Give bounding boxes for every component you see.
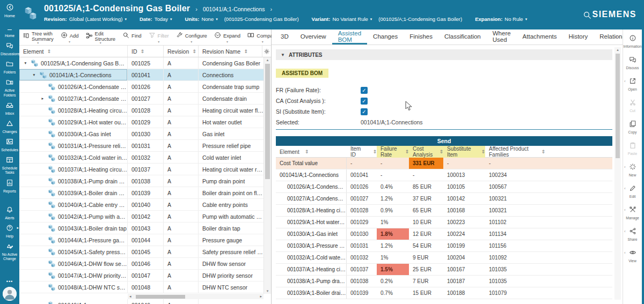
sort-icon[interactable]: ⇕	[244, 49, 248, 54]
bom-row-001031[interactable]: 001030/A;1-Pressure relief pipe0010311.2…	[276, 240, 612, 252]
tree-row-001026[interactable]: 001026/A;1-Condensate trap sump001026ACo…	[19, 81, 264, 93]
sidebar-item-changes[interactable]: Changes	[0, 120, 19, 134]
config-revision[interactable]: Revision:Global (Latest Working)▾	[44, 16, 127, 22]
right-toolbar-information[interactable]: Information	[623, 34, 642, 48]
bom-row-001041[interactable]: 001041/A;1-Connections001041--1000131002…	[276, 169, 612, 181]
sidebar-more-button[interactable]: •••	[6, 279, 13, 284]
toolbar-configure-button[interactable]: Configure▾	[176, 31, 207, 44]
tree-row-001031[interactable]: 001031/A;1-Pressure relief pipe001031APr…	[19, 140, 264, 152]
sort-icon[interactable]: ⇕	[372, 149, 377, 154]
tree-row-001027[interactable]: ▸ 001027/A;1-Condensate drain001027ACond…	[19, 93, 264, 105]
tree-vertical-scrollbar[interactable]: ▴ ▾	[264, 57, 271, 294]
expand-toggle-open-icon[interactable]: ▾	[31, 72, 37, 77]
column-header-revision[interactable]: Revision⇕	[164, 46, 199, 57]
right-toolbar-manage[interactable]: ‹Manage	[623, 206, 642, 220]
sort-icon[interactable]: ⇕	[439, 149, 443, 154]
bom-row-001037[interactable]: 001037/A;1-Heating circuit water return0…	[276, 264, 612, 276]
sort-icon[interactable]: ⇕	[47, 49, 52, 54]
bom-row-001028[interactable]: 001028/A;1-Heating circuit water flow001…	[276, 205, 612, 217]
breadcrumb-item[interactable]: 001041/A;1-Connections	[203, 6, 265, 12]
search-icon[interactable]	[583, 11, 591, 19]
scrollbar-thumb[interactable]	[265, 64, 270, 179]
tree-row-001043[interactable]: 001043/A;1-Boiler drain tap001043ABoiler…	[19, 223, 264, 234]
bom-row-001038[interactable]: 001038/A;1-Pump drain point0010380.2%7 E…	[276, 276, 612, 287]
tree-row-001039[interactable]: 001039/A;1-Boiler drain point on flow is…	[19, 187, 264, 199]
checkbox-fr-failure-rate[interactable]: ✓	[361, 87, 368, 94]
toolbar-add-button[interactable]: Add▾	[61, 31, 79, 44]
bom-column-header-element[interactable]: Element⇕	[276, 146, 347, 158]
tree-row-001038[interactable]: 001038/A;1-Pump drain point001038APump d…	[19, 175, 264, 187]
tree-row-001042[interactable]: 001042/A;1-Pump with automatic air vent0…	[19, 211, 264, 223]
right-toolbar-open[interactable]: ‹Open	[623, 77, 642, 91]
bom-column-header-item-id[interactable]: Item ID⇕	[347, 146, 377, 158]
attributes-section-header[interactable]: ▼ ATTRIBUTES	[276, 49, 612, 60]
scrollbar-thumb[interactable]	[616, 54, 620, 158]
bom-column-header-substitute-item[interactable]: Substitute Item⇕	[443, 146, 485, 158]
column-header-element[interactable]: Element⇕	[19, 46, 128, 57]
bom-column-header-affected-product-families[interactable]: Affected Product Families⇕	[485, 146, 545, 158]
tab-assisted-bom[interactable]: Assisted BOM	[332, 29, 367, 45]
bom-row-001026[interactable]: 001026/A;1-Condensate trap sump0010260.4…	[276, 181, 612, 193]
tree-row-001037[interactable]: 001037/A;1-Heating circuit water return0…	[19, 164, 264, 175]
column-header-revision-name[interactable]: Revision Name⇕	[199, 46, 262, 57]
bom-row-001039[interactable]: 001039/A;1-Boiler drain point on flow is…	[276, 287, 612, 299]
sidebar-item-no-active-change[interactable]: No Active Change	[0, 242, 19, 261]
bom-row-001029[interactable]: 001029/A;1-Hot water outlet0010291%10 EU…	[276, 217, 612, 228]
tree-row-001045[interactable]: 001045/A;1-Safety pressure relief valve0…	[19, 246, 264, 258]
sort-icon[interactable]: ⇕	[141, 49, 145, 54]
detail-vertical-scrollbar[interactable]: ▴	[614, 47, 621, 300]
tree-row-001040[interactable]: 001040/A;1-Cable entry points001040ACabl…	[19, 199, 264, 211]
tree-row-001044[interactable]: 001044/A;1-Pressure gauge001044APressure…	[19, 234, 264, 246]
right-toolbar-edit[interactable]: ‹Edit	[623, 184, 642, 198]
bom-row-001030[interactable]: 001030/A;1-Gas inlet0010301.8%12 EUR1002…	[276, 228, 612, 240]
bom-column-header-cost-analysis[interactable]: Cost Analysis⇕	[409, 146, 443, 158]
send-button[interactable]: Send	[276, 136, 612, 146]
config-units[interactable]: Units:None▾(001025-Condensing Gas Boiler…	[185, 16, 299, 22]
toolbar-expand-button[interactable]: Expand▾	[214, 31, 240, 44]
tab-changes[interactable]: Changes	[367, 29, 404, 45]
right-toolbar-new[interactable]: ‹New	[623, 163, 642, 177]
tab-attachments[interactable]: Attachments	[517, 29, 563, 45]
tree-row-001046[interactable]: 001046/A;1-DHW flow sensor001046ADHW flo…	[19, 258, 264, 270]
scroll-up-icon[interactable]: ▴	[614, 47, 621, 53]
scrollbar-thumb[interactable]	[136, 295, 185, 299]
tree-row-001029[interactable]: 001029/A;1-Hot water outlet001029AHot wa…	[19, 116, 264, 128]
right-toolbar-discuss[interactable]: Discuss	[623, 56, 642, 70]
home-button[interactable]: Home	[0, 3, 19, 18]
tree-row-001028[interactable]: 001028/A;1-Heating circuit water flow001…	[19, 105, 264, 116]
sidebar-item-schedules[interactable]: Schedules	[0, 138, 19, 152]
tree-row-001047[interactable]: 001047/A;1-DHW priority sensor001047ADHW…	[19, 270, 264, 281]
scroll-down-icon[interactable]: ▾	[264, 288, 271, 294]
config-date[interactable]: Date:Today▾	[140, 16, 172, 22]
sidebar-item-reports[interactable]: Reports	[0, 179, 19, 194]
toolbar-find-button[interactable]: Find	[122, 31, 141, 41]
sort-icon[interactable]: ⇕	[405, 149, 409, 154]
bom-row-001027[interactable]: 001027/A;1-Condensate drain0010271.2%37 …	[276, 193, 612, 205]
chevron-right-icon[interactable]: ›	[615, 33, 617, 40]
sort-icon[interactable]: ⇕	[192, 49, 196, 54]
sidebar-item-discussions[interactable]: Discussions	[0, 42, 19, 56]
column-header-id[interactable]: ID⇕	[128, 46, 164, 57]
tab-classification[interactable]: Classification	[438, 29, 487, 45]
tab-where-used[interactable]: Where Used	[487, 29, 517, 45]
checkbox-ca-cost-analysis[interactable]: ✓	[361, 98, 368, 105]
config-variant[interactable]: Variant:No Variant Rule▾(001025/A;1-Cond…	[312, 16, 463, 22]
config-expansion[interactable]: Expansion:No Rule▾	[475, 16, 527, 22]
tree-row-001049[interactable]: 001049/A;1-…001049A	[19, 299, 264, 304]
toolbar-edit-structure-button[interactable]: Edit Structure▾	[86, 31, 116, 45]
tab-finishes[interactable]: Finishes	[404, 29, 438, 45]
scroll-right-icon[interactable]: ▸	[260, 294, 262, 299]
right-toolbar-view[interactable]: ‹View	[623, 249, 642, 263]
table-settings-gear-icon[interactable]	[262, 46, 271, 57]
tree-row-001048[interactable]: 001048/A;1-DHW NTC sensor001048ADHW NTC …	[19, 281, 264, 293]
sidebar-item-help[interactable]: ▸Help	[0, 224, 19, 239]
toolbar-filter-button[interactable]: Filter▾	[149, 31, 169, 44]
bom-row-001032[interactable]: 001032/A;1-Cold water inlet0010321%9 EUR…	[276, 252, 612, 264]
expand-toggle-open-icon[interactable]: ▾	[23, 61, 28, 65]
tab-3d[interactable]: 3D	[275, 29, 295, 45]
sort-icon[interactable]: ⇕	[541, 149, 545, 154]
sidebar-item-active-folders[interactable]: Active Folders	[0, 78, 19, 97]
tab-history[interactable]: History	[563, 29, 594, 45]
bom-column-header-failure-rate[interactable]: Failure Rate⇕	[377, 146, 409, 158]
avatar[interactable]	[3, 287, 17, 301]
